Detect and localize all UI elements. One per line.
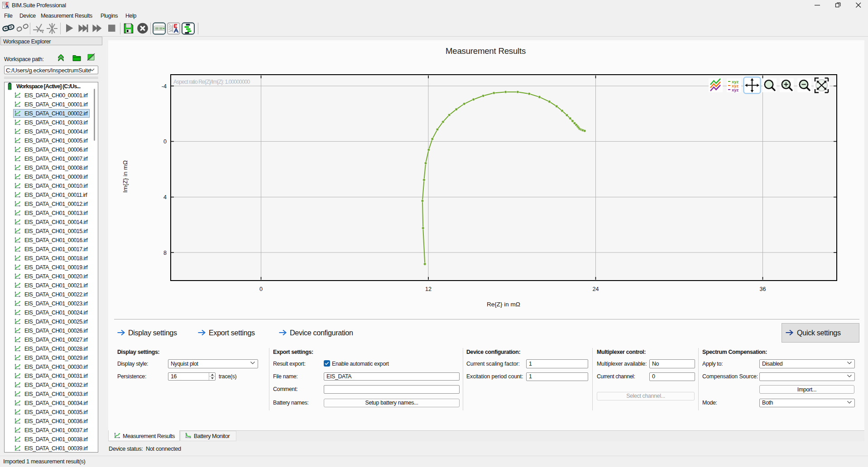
svg-text:24: 24 bbox=[592, 286, 599, 292]
svg-text:12: 12 bbox=[425, 286, 432, 292]
svg-text:Im{Z} in mΩ: Im{Z} in mΩ bbox=[122, 160, 129, 193]
svg-text:0: 0 bbox=[259, 286, 263, 292]
svg-text:0: 0 bbox=[163, 138, 167, 145]
svg-text:-4: -4 bbox=[162, 83, 167, 90]
svg-text:Aspect ratio Re{Z}/Im{Z}: 1.00: Aspect ratio Re{Z}/Im{Z}: 1.00000000 bbox=[173, 79, 250, 85]
svg-text:4: 4 bbox=[163, 194, 167, 200]
svg-text:8: 8 bbox=[163, 250, 167, 256]
svg-text:36: 36 bbox=[759, 286, 766, 292]
svg-text:xyz: xyz bbox=[732, 87, 739, 92]
svg-text:Re{Z} in mΩ: Re{Z} in mΩ bbox=[487, 301, 520, 308]
